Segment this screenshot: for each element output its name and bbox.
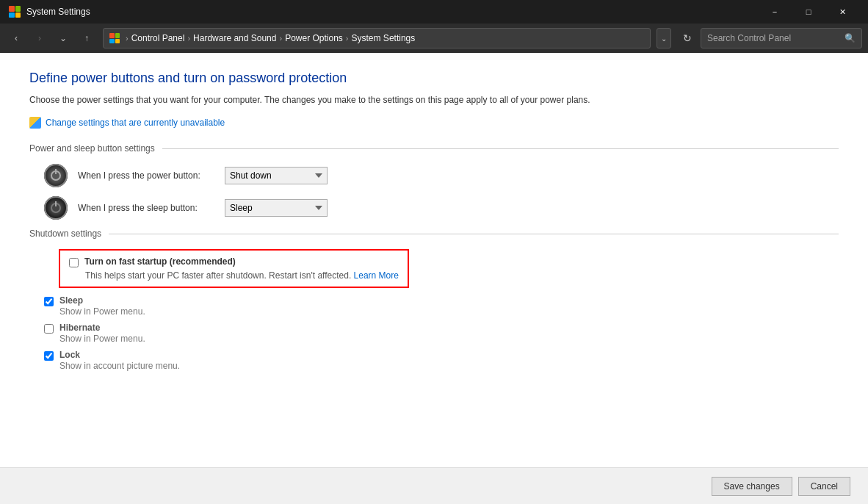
lock-checkbox-content: Lock Show in account picture menu. [59,350,180,371]
lock-checkbox-desc: Show in account picture menu. [59,361,180,371]
footer: Save changes Cancel [0,467,868,504]
sleep-icon-inner [51,203,61,213]
cancel-button[interactable]: Cancel [798,477,850,496]
power-button-label: When I press the power button: [78,170,225,181]
shield-icon [29,117,41,129]
fast-startup-checkbox[interactable] [69,258,79,267]
fast-startup-row: Turn on fast startup (recommended) [69,256,399,267]
sleep-checkbox-row: Sleep Show in Power menu. [29,295,839,317]
sleep-checkbox-content: Sleep Show in Power menu. [59,295,145,317]
shutdown-divider [109,234,839,234]
power-sleep-section-label: Power and sleep button settings [29,143,162,154]
search-input[interactable] [707,33,840,43]
sleep-button-label: When I press the sleep button: [78,203,225,213]
nav-bar: ‹ › ⌄ ↑ › Control Panel › Hardware and S… [0,24,868,53]
breadcrumb-power-options[interactable]: Power Options [285,33,343,43]
hibernate-checkbox-desc: Show in Power menu. [59,334,145,344]
hibernate-checkbox[interactable] [44,324,54,334]
search-icon: 🔍 [845,33,856,43]
breadcrumb-control-panel[interactable]: Control Panel [131,33,185,43]
up-button[interactable]: ↑ [76,28,97,48]
address-dropdown-button[interactable]: ⌄ [657,28,671,48]
fast-startup-label[interactable]: Turn on fast startup (recommended) [84,256,236,267]
power-button-row: When I press the power button: Shut down… [29,164,839,187]
sleep-button-row: When I press the sleep button: Sleep Do … [29,196,839,220]
breadcrumb-sep-3: › [346,34,349,43]
minimize-button[interactable]: − [758,0,792,24]
sleep-checkbox-desc: Show in Power menu. [59,306,145,317]
back-button[interactable]: ‹ [6,28,26,48]
save-button[interactable]: Save changes [712,477,792,496]
title-bar: System Settings − □ ✕ [0,0,868,24]
sleep-button-select[interactable]: Sleep Do nothing Hibernate Shut down [225,199,328,217]
fast-startup-desc: This helps start your PC faster after sh… [85,270,399,281]
breadcrumb-system-settings[interactable]: System Settings [352,33,416,43]
main-content: Define power buttons and turn on passwor… [0,53,868,504]
change-settings-link[interactable]: Change settings that are currently unava… [29,117,839,129]
breadcrumb-sep-1: › [187,34,190,43]
learn-more-link[interactable]: Learn More [354,270,399,281]
hibernate-checkbox-row: Hibernate Show in Power menu. [29,323,839,344]
maximize-button[interactable]: □ [792,0,825,24]
lock-checkbox-label: Lock [59,350,180,360]
shutdown-section-label: Shutdown settings [29,228,109,239]
lock-checkbox-row: Lock Show in account picture menu. [29,350,839,371]
breadcrumb-hardware-sound[interactable]: Hardware and Sound [193,33,276,43]
power-button-icon [44,164,68,187]
fast-startup-highlight-box: Turn on fast startup (recommended) This … [59,249,409,288]
hibernate-checkbox-content: Hibernate Show in Power menu. [59,323,145,344]
sleep-checkbox[interactable] [44,297,54,306]
power-sleep-section-header: Power and sleep button settings [29,143,839,154]
address-icon [109,33,120,43]
window-title: System Settings [26,7,758,17]
sleep-button-icon [44,196,68,220]
content-area: Define power buttons and turn on passwor… [0,53,868,467]
breadcrumb-sep-0: › [126,34,129,43]
window-controls: − □ ✕ [758,0,859,24]
section-divider [162,148,839,149]
close-button[interactable]: ✕ [825,0,859,24]
page-title: Define power buttons and turn on passwor… [29,71,839,86]
power-icon-inner [51,170,61,181]
hibernate-checkbox-label: Hibernate [59,323,145,333]
page-description: Choose the power settings that you want … [29,93,839,107]
lock-checkbox[interactable] [44,351,54,361]
power-button-select[interactable]: Shut down Do nothing Sleep Hibernate Tur… [225,167,328,184]
breadcrumb-sep-2: › [279,34,282,43]
refresh-button[interactable]: ↻ [677,28,698,48]
address-bar[interactable]: › Control Panel › Hardware and Sound › P… [103,28,651,48]
search-box[interactable]: 🔍 [701,28,862,48]
shutdown-section-header: Shutdown settings [29,228,839,239]
app-icon [9,6,21,18]
recent-button[interactable]: ⌄ [53,28,73,48]
change-settings-label: Change settings that are currently unava… [46,118,225,128]
sleep-checkbox-label: Sleep [59,295,145,306]
shutdown-section: Shutdown settings Turn on fast startup (… [29,228,839,371]
fast-startup-container: Turn on fast startup (recommended) This … [29,249,839,295]
forward-button[interactable]: › [29,28,50,48]
